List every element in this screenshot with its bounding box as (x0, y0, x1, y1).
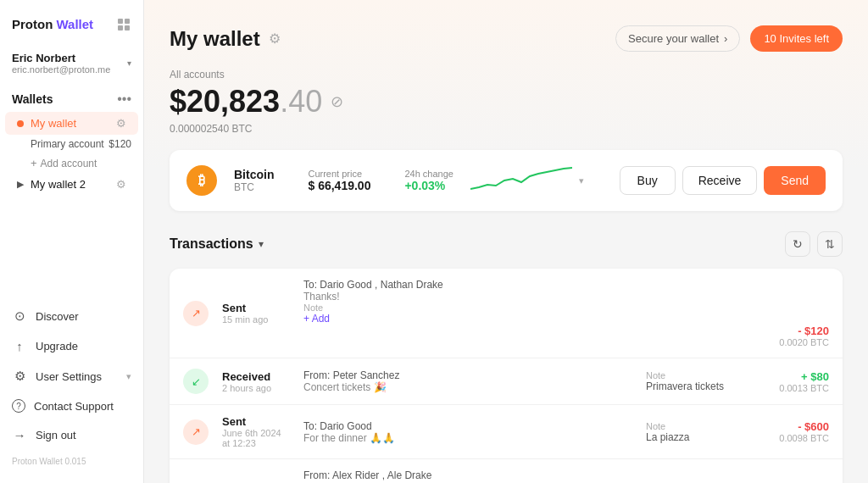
add-account-label: Add account (41, 158, 97, 169)
change-value: +0.03% (404, 179, 453, 192)
transaction-desc: For the dinner 🙏🙏 (303, 432, 632, 444)
note-value: Primavera tickets (646, 380, 748, 392)
transaction-time: 15 min ago (222, 314, 290, 325)
transaction-amount: - $120 (303, 325, 829, 337)
wallets-label: Wallets (12, 92, 53, 106)
wallets-more-icon[interactable]: ••• (117, 92, 131, 107)
user-section[interactable]: Eric Norbert eric.norbert@proton.me ▾ (0, 45, 143, 81)
contact-support-label: Contact Support (34, 400, 114, 413)
invites-button[interactable]: 10 Invites left (750, 25, 843, 52)
wallet2-name: My wallet 2 (31, 178, 86, 191)
sub-account-amount: $120 (108, 138, 131, 150)
sidebar-item-my-wallet-2[interactable]: ▶ My wallet 2 ⚙ (5, 173, 138, 196)
user-name: Eric Norbert (12, 52, 110, 64)
add-account-button[interactable]: + Add account (0, 153, 143, 173)
wallets-header: Wallets ••• (0, 81, 143, 112)
hide-balance-icon[interactable]: ⊘ (331, 92, 343, 111)
main-content: My wallet ⚙ Secure your wallet › 10 Invi… (144, 0, 868, 483)
transaction-note-section: Note+ Add (303, 303, 405, 325)
wallet-gear-icon[interactable]: ⚙ (116, 117, 126, 130)
balance-cents: .40 (280, 84, 322, 119)
transaction-note-section: NoteLa piazza (646, 421, 748, 443)
sidebar-item-discover[interactable]: ⊙ Discover (0, 301, 143, 331)
table-row: ↗ Sent June 6th 2024 at 12:23 To: Dario … (170, 405, 843, 459)
change-label: 24h change (404, 169, 453, 179)
secure-wallet-button[interactable]: Secure your wallet › (615, 25, 740, 52)
transaction-to: From: Peter Sanchez (303, 369, 592, 381)
wallet2-gear-icon[interactable]: ⚙ (116, 178, 126, 191)
receive-button[interactable]: Receive (682, 166, 758, 195)
sidebar-item-contact-support[interactable]: ? Contact Support (0, 391, 143, 420)
add-note-button[interactable]: + Add (303, 313, 405, 325)
current-price-label: Current price (308, 169, 370, 179)
sidebar-item-sign-out[interactable]: → Sign out (0, 420, 143, 450)
bitcoin-card: ₿ Bitcoin BTC Current price $ 66,419.00 … (170, 150, 843, 211)
transaction-amount: - $600 (761, 420, 829, 433)
table-row: ↙ Received June 7th 2024 at 12:23 From: … (170, 459, 843, 483)
note-label: Note (303, 303, 405, 313)
table-row: ↗ Sent 15 min ago To: Dario Good , Natha… (170, 269, 843, 358)
page-settings-icon[interactable]: ⚙ (269, 31, 281, 47)
transaction-type: Received (222, 370, 290, 383)
transaction-to: To: Dario Good , Nathan Drake Thanks! (303, 279, 592, 303)
transactions-list: ↗ Sent 15 min ago To: Dario Good , Natha… (170, 269, 843, 483)
apps-grid-icon[interactable] (118, 19, 131, 31)
logo-text: Proton Wallet (12, 17, 93, 31)
transactions-header: Transactions ▾ ↻ ⇅ (170, 231, 843, 257)
all-accounts-label: All accounts (170, 69, 843, 80)
discover-label: Discover (36, 310, 79, 323)
settings-icon: ⚙ (12, 369, 27, 384)
buy-button[interactable]: Buy (620, 166, 676, 195)
transaction-type: Sent (222, 415, 290, 428)
export-button[interactable]: ⇅ (817, 231, 843, 257)
sidebar-item-upgrade[interactable]: ↑ Upgrade (0, 331, 143, 361)
transaction-btc: 0.0020 BTC (303, 337, 829, 347)
sub-account-name: Primary account (31, 138, 104, 150)
transaction-type-icon: ↙ (183, 369, 209, 394)
user-email: eric.norbert@proton.me (12, 64, 110, 75)
sidebar-item-my-wallet[interactable]: My wallet ⚙ (5, 112, 138, 135)
transactions-chevron-icon[interactable]: ▾ (259, 238, 264, 250)
transaction-desc: Thanks! (303, 291, 592, 303)
sidebar: Proton Wallet Eric Norbert eric.norbert@… (0, 0, 144, 483)
user-chevron-icon: ▾ (127, 58, 131, 68)
transaction-btc: 0.0098 BTC (761, 433, 829, 443)
transaction-to: From: Alex Rider , Ale Drake Happy B-day… (303, 469, 592, 483)
transaction-to: To: Dario Good (303, 420, 592, 432)
balance-whole: $20,823.40 (170, 84, 322, 119)
note-value: La piazza (646, 431, 748, 443)
transaction-amount: + $80 (761, 370, 829, 383)
upgrade-icon: ↑ (12, 339, 27, 353)
primary-account[interactable]: Primary account $120 (0, 135, 143, 153)
bitcoin-name: Bitcoin (234, 168, 274, 181)
app-version: Proton Wallet 0.015 (0, 450, 143, 473)
note-label: Note (646, 421, 748, 431)
sign-out-label: Sign out (36, 429, 76, 441)
chart-chevron-icon[interactable]: ▾ (579, 175, 584, 186)
sidebar-item-user-settings[interactable]: ⚙ User Settings ▾ (0, 361, 143, 391)
discover-icon: ⊙ (12, 308, 27, 324)
transaction-desc: Concert tickets 🎉 (303, 381, 632, 393)
wallet-name: My wallet (31, 117, 76, 130)
plus-icon: + (31, 157, 37, 169)
upgrade-label: Upgrade (36, 340, 78, 353)
transaction-type-icon: ↗ (183, 301, 209, 326)
transaction-type: Sent (222, 302, 290, 314)
bitcoin-ticker: BTC (234, 181, 274, 193)
bitcoin-chart: ▾ (470, 164, 603, 197)
transaction-time: June 6th 2024 at 12:23 (222, 428, 290, 448)
transaction-type-icon: ↗ (183, 419, 209, 445)
settings-label: User Settings (36, 370, 102, 383)
wallet-active-dot (17, 120, 24, 127)
refresh-button[interactable]: ↻ (785, 231, 810, 257)
balance-row: $20,823.40 ⊘ (170, 84, 843, 119)
note-label: Note (646, 370, 748, 380)
send-button[interactable]: Send (764, 166, 826, 195)
support-icon: ? (12, 399, 25, 413)
wallet2-chevron-icon: ▶ (17, 179, 24, 190)
settings-chevron-icon: ▾ (126, 371, 131, 382)
table-row: ↙ Received 2 hours ago From: Peter Sanch… (170, 358, 843, 405)
balance-btc: 0.000002540 BTC (170, 123, 843, 135)
page-title: My wallet (170, 27, 260, 51)
main-header: My wallet ⚙ Secure your wallet › 10 Invi… (170, 25, 843, 52)
